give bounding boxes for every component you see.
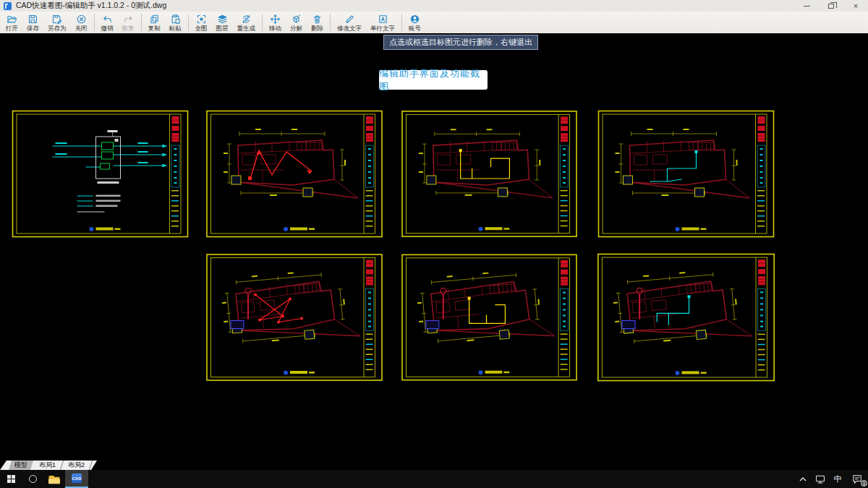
redo-icon <box>124 17 131 22</box>
window-title: CAD快速看图-编辑助手 v1.1.0.2 - 0测试.dwg <box>16 1 166 11</box>
drawing-canvas[interactable]: 点选或框选目标图元进行删除，右键退出 编辑助手界面及功能截图 <box>0 33 868 461</box>
delete-button[interactable]: 删除 <box>307 12 328 33</box>
open-icon <box>8 17 17 22</box>
close-button[interactable]: × <box>843 0 868 12</box>
cortana-icon <box>29 475 37 483</box>
save-as-icon <box>54 15 61 23</box>
tab-model[interactable]: 模型 <box>9 461 33 470</box>
sheet-plan-cyan[interactable] <box>595 109 778 239</box>
sheet-plan2-red[interactable] <box>205 252 384 382</box>
open-button[interactable]: 打开 <box>1 12 22 33</box>
title-bar: CAD快速看图-编辑助手 v1.1.0.2 - 0测试.dwg × <box>0 0 868 12</box>
explode-button[interactable]: 分解 <box>286 12 307 33</box>
toolbar-separator <box>141 14 142 31</box>
undo-button[interactable]: 撤销 <box>97 12 118 33</box>
redo-button: 恢复 <box>118 12 139 33</box>
minimize-icon <box>804 6 810 7</box>
file-explorer-button[interactable] <box>43 470 65 488</box>
sheet-plan-red[interactable] <box>205 109 384 239</box>
restore-button[interactable] <box>819 0 843 12</box>
cad-app-taskbar-button[interactable]: CAD <box>65 470 88 488</box>
sheet-plan-yellow[interactable] <box>400 109 579 239</box>
cad-app-icon: CAD <box>72 474 82 483</box>
restore-icon <box>828 4 834 9</box>
close-file-button[interactable]: 关闭 <box>71 12 92 33</box>
copy-button[interactable]: 复制 <box>144 12 165 33</box>
undo-icon <box>103 17 110 22</box>
tab-layout1[interactable]: 布局1 <box>32 461 64 470</box>
account-button[interactable]: 账号 <box>404 12 425 33</box>
edit-text-button[interactable]: 修改文字 <box>333 12 366 33</box>
windows-logo-icon <box>7 475 15 483</box>
windows-taskbar: CAD 中 1 <box>0 470 868 488</box>
explode-icon <box>294 15 299 22</box>
move-button[interactable]: 移动 <box>265 12 286 33</box>
copy-icon <box>150 15 157 23</box>
paste-icon <box>172 15 179 23</box>
save-button[interactable]: 保存 <box>22 12 43 33</box>
layers-button[interactable]: 图层 <box>212 12 233 33</box>
paste-button[interactable]: 粘贴 <box>165 12 186 33</box>
minimize-button[interactable] <box>794 0 819 12</box>
notification-badge: 1 <box>861 480 867 487</box>
cortana-button[interactable] <box>22 470 43 488</box>
toolbar-separator <box>94 14 95 31</box>
layers-icon <box>218 15 226 23</box>
folder-icon <box>48 474 61 485</box>
network-icon <box>814 474 826 484</box>
toolbar-separator <box>401 14 402 31</box>
save-as-button[interactable]: 另存为 <box>43 12 71 33</box>
save-icon <box>30 15 37 22</box>
layout-tab-bar: 模型 布局1 布局2 <box>0 461 868 470</box>
toolbar-separator <box>330 14 331 31</box>
tab-layout2[interactable]: 布局2 <box>61 461 93 470</box>
single-line-text-button[interactable]: 单行文字 <box>366 12 399 33</box>
chevron-up-icon <box>799 477 807 481</box>
move-icon <box>271 15 279 23</box>
sheet-plan2-yellow[interactable] <box>400 252 579 382</box>
app-icon <box>4 2 12 10</box>
tray-chevron-button[interactable] <box>794 470 812 488</box>
canvas-caption-label: 编辑助手界面及功能截图 <box>379 70 488 90</box>
edit-text-icon <box>346 16 353 22</box>
close-file-icon <box>77 15 85 23</box>
delete-icon <box>314 16 320 23</box>
sheet-schematic[interactable] <box>9 109 192 239</box>
action-center-button[interactable]: 1 <box>846 470 868 488</box>
ime-indicator[interactable]: 中 <box>829 470 846 488</box>
single-line-text-icon <box>379 16 386 22</box>
delete-mode-tooltip: 点选或框选目标图元进行删除，右键退出 <box>383 35 538 50</box>
sheet-plan2-cyan[interactable] <box>595 252 778 382</box>
network-tray-button[interactable] <box>812 470 829 488</box>
regenerate-icon <box>243 15 249 23</box>
toolbar-separator <box>262 14 263 31</box>
full-view-button[interactable]: 全图 <box>191 12 212 33</box>
regenerate-button[interactable]: 重生成 <box>233 12 260 33</box>
toolbar: 打开 保存 另存为 关闭 撤销 恢复 复制 粘贴 全图 图层 重生成 <box>0 12 868 33</box>
close-icon: × <box>854 2 858 10</box>
toolbar-separator <box>188 14 189 31</box>
start-button[interactable] <box>0 470 22 488</box>
account-icon <box>409 14 420 25</box>
